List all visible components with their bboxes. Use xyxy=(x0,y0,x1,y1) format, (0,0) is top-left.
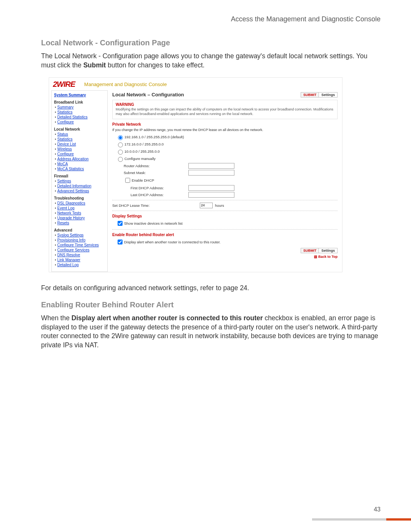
sidebar-head-troubleshooting: Troubleshooting xyxy=(54,196,105,200)
sidebar-item-device-list[interactable]: Device List xyxy=(57,142,76,146)
intro-text-bold: Submit xyxy=(83,61,106,69)
radio-10-label: 10.0.0.0 / 255.255.0.0 xyxy=(124,149,159,153)
sidebar-item-resets[interactable]: Resets xyxy=(57,221,69,225)
sidebar-item-link-manager[interactable]: Link Manager xyxy=(57,258,81,262)
sidebar-item-ln-statistics[interactable]: Statistics xyxy=(57,137,73,141)
radio-172-range[interactable] xyxy=(118,142,123,147)
sidebar-item-wireless[interactable]: Wireless xyxy=(57,147,72,151)
display-alert-label: Display alert when another router is con… xyxy=(124,240,220,244)
radio-manual[interactable] xyxy=(118,157,123,162)
subnet-mask-input[interactable] xyxy=(188,170,234,176)
section-heading-alert: Enabling Router Behind Router Alert xyxy=(41,300,381,309)
router-address-label: Router Address: xyxy=(124,164,188,168)
router-alert-title: Enable Router behind Router alert xyxy=(112,233,338,237)
sidebar-item-time-services[interactable]: Configure Time Services xyxy=(57,243,99,247)
submit-group-bottom: SUBMIT Settings xyxy=(301,248,338,253)
sidebar-item-address-allocation[interactable]: Address Allocation xyxy=(57,157,89,161)
sidebar-item-dns-resolve[interactable]: DNS Resolve xyxy=(57,253,80,257)
alert-text-bold: Display alert when another router is con… xyxy=(72,314,263,322)
console-title: Management and Diagnostic Console xyxy=(84,81,167,87)
sidebar-head-firewall: Firewall xyxy=(54,174,105,178)
sidebar-item-dsl-diag[interactable]: DSL Diagnostics xyxy=(57,201,86,205)
sidebar-item-upgrade-history[interactable]: Upgrade History xyxy=(57,216,85,220)
sidebar-item-detailed-log[interactable]: Detailed Log xyxy=(57,263,79,267)
display-alert-checkbox[interactable] xyxy=(118,240,123,244)
alert-text-pre: When the xyxy=(41,314,72,322)
warning-box: WARNING Modifying the settings on this p… xyxy=(112,100,338,119)
enable-dhcp-label: Enable DHCP xyxy=(132,178,154,182)
sidebar-item-moca[interactable]: MoCA xyxy=(57,162,68,166)
warning-text: Modifying the settings on this page can … xyxy=(116,107,334,116)
details-paragraph: For details on configuring advanced netw… xyxy=(41,284,381,293)
back-top-icon: ▧ xyxy=(314,255,317,259)
sidebar-item-detailed-statistics[interactable]: Detailed Statistics xyxy=(57,115,88,119)
show-inactive-checkbox[interactable] xyxy=(118,221,123,226)
radio-manual-label: Configure manually xyxy=(124,157,156,161)
sidebar-item-configure-bb[interactable]: Configure xyxy=(57,120,74,124)
sidebar-head-localnet: Local Network xyxy=(54,127,105,131)
page-number: 43 xyxy=(374,506,381,513)
private-network-note: If you change the IP address range, you … xyxy=(112,128,338,132)
last-dhcp-label: Last DHCP Address: xyxy=(131,193,188,197)
main-title: Local Network – Configuration xyxy=(112,92,184,97)
radio-10-range[interactable] xyxy=(118,150,123,155)
sidebar-item-network-tests[interactable]: Network Tests xyxy=(57,211,81,215)
sidebar-item-moca-stats[interactable]: MoCA Statistics xyxy=(57,167,84,171)
sidebar-item-fw-detailed[interactable]: Detailed Information xyxy=(57,184,92,188)
sidebar-item-fw-settings[interactable]: Settings xyxy=(57,179,71,183)
sidebar-item-event-log[interactable]: Event Log xyxy=(57,206,75,210)
settings-label-top: Settings xyxy=(319,93,337,97)
show-inactive-label: Show inactive devices in network list xyxy=(124,221,183,225)
back-to-top-link[interactable]: Back to Top xyxy=(318,255,338,259)
lease-time-unit: hours xyxy=(215,203,224,208)
radio-default-label: 192.168.1.0 / 255.255.255.0 (default) xyxy=(124,135,184,139)
display-settings-title: Display Settings xyxy=(112,214,338,218)
submit-button-top[interactable]: SUBMIT xyxy=(301,93,319,97)
sidebar-top-link[interactable]: System Summary xyxy=(54,93,86,97)
sidebar-head-advanced: Advanced xyxy=(54,228,105,232)
intro-text-post: button for changes to take effect. xyxy=(106,61,204,69)
last-dhcp-input[interactable] xyxy=(188,192,234,198)
lease-time-input[interactable] xyxy=(200,203,213,208)
subnet-mask-label: Subnet Mask: xyxy=(124,171,188,175)
sidebar-head-broadband: Broadband Link xyxy=(54,100,105,104)
sidebar: System Summary Broadband Link Summary St… xyxy=(51,90,108,272)
private-network-title: Private Network xyxy=(112,122,338,126)
warning-title: WARNING xyxy=(116,102,334,107)
lease-time-label: Set DHCP Lease Time: xyxy=(112,203,200,208)
settings-label-bottom: Settings xyxy=(319,248,337,253)
screenshot-container: 2WIRE Management and Diagnostic Console … xyxy=(49,77,381,272)
submit-button-bottom[interactable]: SUBMIT xyxy=(301,248,319,253)
brand-logo: 2WIRE xyxy=(53,80,75,89)
sidebar-item-ln-configure[interactable]: Configure xyxy=(57,152,74,156)
sidebar-item-statistics[interactable]: Statistics xyxy=(57,110,73,114)
first-dhcp-input[interactable] xyxy=(188,185,234,191)
sidebar-item-syslog[interactable]: Syslog Settings xyxy=(57,233,84,237)
section-heading-config: Local Network - Configuration Page xyxy=(41,38,381,47)
radio-default-range[interactable] xyxy=(118,135,123,140)
page-header: Access the Management and Diagnostic Con… xyxy=(41,15,381,23)
sidebar-item-fw-advanced[interactable]: Advanced Settings xyxy=(57,189,89,193)
enable-dhcp-checkbox[interactable] xyxy=(125,178,130,183)
radio-172-label: 172.16.0.0 / 255.255.0.0 xyxy=(124,142,164,146)
alert-paragraph: When the Display alert when another rout… xyxy=(41,314,381,350)
sidebar-item-configure-services[interactable]: Configure Services xyxy=(57,248,89,252)
sidebar-item-status[interactable]: Status xyxy=(57,132,68,136)
first-dhcp-label: First DHCP Address: xyxy=(131,186,188,190)
sidebar-item-summary[interactable]: Summary xyxy=(57,105,74,109)
router-address-input[interactable] xyxy=(188,163,234,169)
submit-group-top: SUBMIT Settings xyxy=(301,92,338,97)
footer-stripe xyxy=(312,518,411,521)
main-panel: Local Network – Configuration SUBMIT Set… xyxy=(108,90,342,262)
sidebar-item-provisioning[interactable]: Provisioning Info xyxy=(57,238,86,242)
intro-paragraph: The Local Network - Configuration page a… xyxy=(41,52,381,70)
